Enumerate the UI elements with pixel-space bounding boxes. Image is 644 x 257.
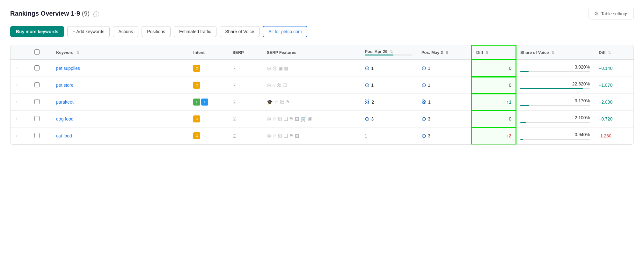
sov-value-wrap: 2.100% xyxy=(520,115,590,123)
pos-may2-number: 1 xyxy=(428,83,430,88)
actions-button[interactable]: Actions xyxy=(113,26,138,37)
position-dot-icon: ⊙ xyxy=(365,82,370,89)
pos-apr26-value: ⛓ 2 xyxy=(365,99,413,105)
sov-cell: 22.620% xyxy=(516,77,594,94)
serp-features-icons: ◎☆⛓❏⚑🖼 xyxy=(267,133,318,139)
ad-serp-feature-icon: ▣ xyxy=(308,116,312,122)
row-expand-button[interactable]: › xyxy=(15,133,19,139)
estimated-traffic-filter-button[interactable]: Estimated traffic xyxy=(174,26,216,37)
intent-cell: C xyxy=(189,60,228,77)
rankings-table-wrap: Keyword ⇅ Intent SERP SERP Features Pos.… xyxy=(10,45,634,145)
th-pos-may2[interactable]: Pos. May 2 ⇅ xyxy=(417,45,472,60)
row-checkbox[interactable] xyxy=(34,99,40,104)
sov-bar xyxy=(520,122,590,123)
table-row: › cat food C ⊡ ◎☆⛓❏⚑🖼 1 ⊙ 3 xyxy=(11,128,633,144)
title-range: 1-9 xyxy=(71,10,80,17)
keyword-link[interactable]: pet supplies xyxy=(56,66,80,71)
keyword-link[interactable]: dog food xyxy=(56,116,74,121)
link-serp-feature-icon: ⛓ xyxy=(278,116,282,122)
pos-apr26-sort-icon: ⇅ xyxy=(390,50,393,54)
table-row: › pet store C ⊡ ◎⌂⛓❏ ⊙ 1 ⊙ 1 xyxy=(11,77,633,94)
expand-cell: › xyxy=(11,94,30,111)
header-row: Rankings Overview 1-9 (9) i ⚙ Table sett… xyxy=(10,8,634,19)
info-icon[interactable]: i xyxy=(93,11,99,17)
position-dot-icon: ⊙ xyxy=(421,115,426,122)
pos-apr26-value: ⊙ 1 xyxy=(365,82,413,89)
buy-keywords-button[interactable]: Buy more keywords xyxy=(10,26,64,37)
row-expand-button[interactable]: › xyxy=(15,82,19,88)
serp-features-cell: ◎☆⛓❏⚑🖼🛒▣ xyxy=(262,111,360,128)
keyword-link[interactable]: parakeet xyxy=(56,99,73,105)
checkbox-cell xyxy=(30,60,52,77)
keyword-link[interactable]: cat food xyxy=(56,133,72,138)
flag-serp-feature-icon: ⚑ xyxy=(289,133,293,139)
location-serp-feature-icon: ◎ xyxy=(267,65,271,71)
serp-icon: ⊡ xyxy=(232,133,237,139)
th-share-of-voice[interactable]: Share of Voice ⇅ xyxy=(516,45,594,60)
table-row: › parakeet IT ⊡ 🎓☆⛓⚑ ⛓ 2 ⛓ 1 xyxy=(11,94,633,111)
table-body: › pet supplies C ⊡ ◎⛓▣▦ ⊙ 1 ⊙ 1 xyxy=(11,60,633,144)
row-expand-button[interactable]: › xyxy=(15,65,19,71)
pos-apr26-cell: ⊙ 1 xyxy=(360,77,417,94)
pos-apr26-number: 1 xyxy=(371,83,374,88)
pos-may2-number: 3 xyxy=(428,116,430,121)
pos-apr26-value: ⊙ 3 xyxy=(365,115,413,122)
pos-may2-sort-icon: ⇅ xyxy=(445,51,448,55)
row-expand-button[interactable]: › xyxy=(15,99,19,105)
th-diff[interactable]: Diff ⇅ xyxy=(472,45,516,60)
serp-features-icons: ◎☆⛓❏⚑🖼🛒▣ xyxy=(267,116,318,122)
page-wrapper: Rankings Overview 1-9 (9) i ⚙ Table sett… xyxy=(0,0,644,257)
flag-serp-feature-icon: ⚑ xyxy=(289,116,293,122)
gear-icon: ⚙ xyxy=(594,11,598,17)
serp-features-icons: ◎⌂⛓❏ xyxy=(267,82,318,88)
pos-apr26-number: 1 xyxy=(365,133,367,138)
th-pos-apr26[interactable]: Pos. Apr 26 ⇅ xyxy=(360,45,417,60)
position-dot-icon: ⊙ xyxy=(421,65,426,72)
serp-features-cell: ◎⌂⛓❏ xyxy=(262,77,360,94)
pos-apr26-value: ⊙ 1 xyxy=(365,65,413,72)
sov-value: 22.620% xyxy=(520,81,590,86)
flag-serp-feature-icon: ⚑ xyxy=(286,99,290,105)
pos-may2-cell: ⊙ 3 xyxy=(417,128,472,144)
share-of-voice-filter-button[interactable]: Share of Voice xyxy=(220,26,260,37)
diff-down: ↓2 xyxy=(507,133,511,138)
pos-may2-number: 3 xyxy=(428,133,430,138)
location-serp-feature-icon: ◎ xyxy=(267,133,271,139)
diff-zero: 0 xyxy=(509,116,511,121)
sov-diff-cell: +1.070 xyxy=(594,77,633,94)
cart-serp-feature-icon: 🛒 xyxy=(301,116,307,122)
copy-serp-feature-icon: ❏ xyxy=(284,133,288,139)
sov-diff-positive: +0.140 xyxy=(599,66,612,71)
row-expand-button[interactable]: › xyxy=(15,116,19,122)
table-settings-label: Table settings xyxy=(601,11,628,16)
add-keywords-button[interactable]: + Add keywords xyxy=(67,26,110,37)
diff-cell: ↓2 xyxy=(472,128,516,144)
th-keyword[interactable]: Keyword ⇅ xyxy=(52,45,189,60)
serp-features-cell: 🎓☆⛓⚑ xyxy=(262,94,360,111)
row-checkbox[interactable] xyxy=(34,133,40,138)
expand-cell: › xyxy=(11,77,30,94)
keyword-cell: cat food xyxy=(52,128,189,144)
serp-features-cell: ◎☆⛓❏⚑🖼 xyxy=(262,128,360,144)
positions-filter-button[interactable]: Positions xyxy=(142,26,171,37)
row-checkbox[interactable] xyxy=(34,116,40,121)
pos-may2-value: ⊙ 3 xyxy=(421,115,467,122)
intent-badges: C xyxy=(193,115,223,122)
pos-may2-value: ⊙ 1 xyxy=(421,65,467,72)
link-serp-feature-icon: ⛓ xyxy=(278,133,282,139)
row-checkbox[interactable] xyxy=(34,82,40,87)
row-checkbox[interactable] xyxy=(34,65,40,70)
sov-value: 0.940% xyxy=(520,132,590,137)
keyword-cell: parakeet xyxy=(52,94,189,111)
intent-badge-c: C xyxy=(193,82,200,89)
th-sov-diff[interactable]: Diff ⇅ xyxy=(594,45,633,60)
expand-cell: › xyxy=(11,128,30,144)
intent-badge-t: T xyxy=(201,99,208,106)
select-all-checkbox[interactable] xyxy=(34,49,40,55)
keyword-link[interactable]: pet store xyxy=(56,83,73,88)
table-settings-button[interactable]: ⚙ Table settings xyxy=(589,8,634,19)
all-for-filter-button[interactable]: All for petco.com xyxy=(263,26,307,37)
diff-zero: 0 xyxy=(509,83,511,88)
calendar-serp-feature-icon: ▦ xyxy=(284,65,289,71)
intent-cell: C xyxy=(189,128,228,144)
